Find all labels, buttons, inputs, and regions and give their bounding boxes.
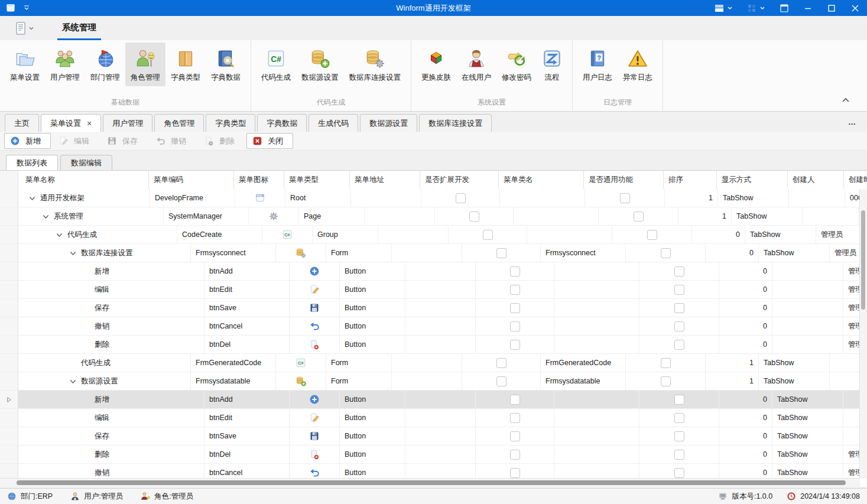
horizontal-scrollbar[interactable] bbox=[0, 478, 860, 487]
tree-grid-row[interactable]: 新增btnAddButton0TabShow2023/12/30202 bbox=[0, 391, 860, 409]
checkbox-unchecked[interactable] bbox=[510, 395, 520, 405]
tree-grid-row[interactable]: 撤销btnCancelButton0TabShow管理员2023/12/3119… bbox=[0, 464, 860, 479]
tree-grid-row[interactable]: 代码生成FrmGeneratedCodeC#FormFrmGeneratedCo… bbox=[0, 354, 860, 372]
checkbox-unchecked[interactable] bbox=[510, 431, 520, 441]
checkbox-unchecked[interactable] bbox=[674, 340, 684, 350]
column-header[interactable]: 菜单地址 bbox=[350, 171, 420, 189]
checkbox-unchecked[interactable] bbox=[661, 376, 671, 386]
column-header[interactable]: 创建人 bbox=[788, 171, 844, 189]
vertical-scrollbar[interactable] bbox=[859, 189, 867, 479]
column-header[interactable]: 菜单编码 bbox=[149, 171, 234, 189]
add-button[interactable]: 新增 bbox=[4, 133, 51, 149]
collapse-ribbon-icon[interactable] bbox=[841, 96, 850, 105]
tree-grid-row[interactable]: 删除btnDelButton0TabShow管理员2023/12/31190 bbox=[0, 446, 860, 464]
checkbox-unchecked[interactable] bbox=[496, 358, 506, 368]
tree-grid-row[interactable]: 新增btnAddButton0管理员2024/1/4190 bbox=[0, 262, 860, 281]
ribbon-item-warning[interactable]: 异常日志 bbox=[618, 43, 658, 86]
checkbox-unchecked[interactable] bbox=[674, 468, 684, 478]
skin-select-button[interactable] bbox=[707, 0, 740, 16]
checkbox-unchecked[interactable] bbox=[510, 321, 520, 331]
delete-button[interactable]: 删除 bbox=[198, 133, 245, 149]
tree-grid-row[interactable]: 系统管理SystemManagerPage1TabShow2023/12/292… bbox=[0, 207, 860, 226]
close-button[interactable]: 关闭 bbox=[246, 133, 293, 149]
ribbon-item-role[interactable]: 角色管理 bbox=[125, 43, 165, 86]
expander-icon[interactable] bbox=[40, 212, 51, 221]
ribbon-item-users[interactable]: 用户管理 bbox=[45, 43, 85, 86]
save-button[interactable]: 保存 bbox=[101, 133, 148, 149]
checkbox-unchecked[interactable] bbox=[674, 285, 684, 295]
vertical-scrollbar-thumb[interactable] bbox=[861, 210, 865, 310]
checkbox-unchecked[interactable] bbox=[510, 468, 520, 478]
ribbon-item-csharp[interactable]: C#代码生成 bbox=[256, 43, 296, 86]
ribbon-item-password[interactable]: 修改密码 bbox=[496, 43, 537, 86]
checkbox-unchecked[interactable] bbox=[496, 376, 506, 386]
checkbox-unchecked[interactable] bbox=[510, 340, 520, 350]
checkbox-unchecked[interactable] bbox=[674, 266, 684, 277]
checkbox-unchecked[interactable] bbox=[456, 193, 466, 203]
tree-grid-row[interactable]: 删除btnDelButton0管理员2024/1/4190 bbox=[0, 336, 860, 354]
column-header[interactable]: 菜单名称 bbox=[18, 171, 149, 189]
tab-overflow-button[interactable]: … bbox=[837, 118, 867, 126]
maximize-button[interactable] bbox=[820, 0, 843, 16]
expander-icon[interactable] bbox=[54, 230, 65, 239]
ribbon-item-db-gear[interactable]: 数据库连接设置 bbox=[344, 43, 407, 86]
checkbox-unchecked[interactable] bbox=[634, 212, 644, 222]
doc-tab[interactable]: 用户管理 bbox=[103, 114, 152, 132]
doc-tab[interactable]: 数据库连接设置 bbox=[419, 114, 492, 132]
minimize-button[interactable] bbox=[796, 0, 820, 16]
ribbon-item-folder[interactable]: 菜单设置 bbox=[5, 43, 45, 86]
column-header[interactable]: 是否通用功能 bbox=[584, 171, 664, 189]
checkbox-unchecked[interactable] bbox=[510, 285, 520, 295]
doc-tab[interactable]: 主页 bbox=[5, 114, 39, 132]
tree-grid-row[interactable]: 代码生成CodeCreateC#Group0TabShow管理员2023/12/… bbox=[0, 226, 860, 244]
checkbox-unchecked[interactable] bbox=[674, 395, 684, 405]
tree-grid-row[interactable]: 编辑btnEditButton0管理员2024/1/4190 bbox=[0, 281, 860, 299]
checkbox-unchecked[interactable] bbox=[510, 303, 520, 313]
checkbox-unchecked[interactable] bbox=[674, 303, 684, 313]
tree-grid-row[interactable]: 数据库连接设置FrmsysconnectFormFrmsysconnect0Ta… bbox=[0, 244, 860, 262]
column-header[interactable]: 显示方式 bbox=[717, 171, 788, 189]
tree-grid-row[interactable]: 编辑btnEditButton0TabShow2023/12/30202 bbox=[0, 409, 860, 427]
checkbox-unchecked[interactable] bbox=[674, 321, 684, 331]
quick-access-chevron-icon[interactable] bbox=[24, 5, 30, 11]
tree-grid-row[interactable]: 通用开发框架DevelopFrameRoot1TabShow0001/1/100… bbox=[0, 189, 860, 207]
ribbon-item-books[interactable]: 字典类型 bbox=[165, 43, 206, 86]
ribbon-item-online-user[interactable]: 在线用户 bbox=[456, 43, 496, 86]
checkbox-unchecked[interactable] bbox=[661, 358, 671, 368]
close-tab-icon[interactable]: × bbox=[87, 119, 92, 128]
checkbox-unchecked[interactable] bbox=[510, 413, 520, 423]
tree-grid-row[interactable]: 撤销btnCancelButton0管理员2024/1/4190 bbox=[0, 317, 860, 336]
checkbox-unchecked[interactable] bbox=[661, 248, 671, 258]
tree-grid-row[interactable]: 保存btnSaveButton0TabShow2023/12/30202 bbox=[0, 427, 860, 446]
checkbox-unchecked[interactable] bbox=[674, 431, 684, 441]
ribbon-item-db-plus[interactable]: 数据源设置 bbox=[296, 43, 344, 86]
checkbox-unchecked[interactable] bbox=[620, 193, 630, 203]
checkbox-unchecked[interactable] bbox=[674, 413, 684, 423]
column-header[interactable]: 菜单图标 bbox=[234, 171, 284, 189]
column-header[interactable]: 是否扩展开发 bbox=[420, 171, 499, 189]
column-header[interactable]: 排序 bbox=[664, 171, 717, 189]
ribbon-item-skin[interactable]: 更换皮肤 bbox=[416, 43, 456, 86]
view-tab[interactable]: 数据编辑 bbox=[60, 155, 112, 170]
checkbox-unchecked[interactable] bbox=[674, 450, 684, 460]
ribbon-item-globe-flag[interactable]: 部门管理 bbox=[85, 43, 125, 86]
doc-tab[interactable]: 菜单设置× bbox=[41, 114, 101, 132]
doc-tab[interactable]: 字典类型 bbox=[206, 114, 255, 132]
ribbon-item-user-log[interactable]: ?用户日志 bbox=[577, 43, 618, 86]
checkbox-unchecked[interactable] bbox=[496, 248, 506, 258]
doc-tab[interactable]: 字典数据 bbox=[257, 114, 307, 132]
expander-icon[interactable] bbox=[67, 376, 79, 386]
palette-button[interactable] bbox=[740, 0, 772, 16]
column-header[interactable]: 创建时间 bbox=[844, 171, 867, 189]
horizontal-scrollbar-thumb[interactable] bbox=[17, 480, 846, 485]
checkbox-unchecked[interactable] bbox=[469, 212, 479, 222]
view-tab[interactable]: 数据列表 bbox=[6, 155, 58, 170]
expander-icon[interactable] bbox=[27, 193, 38, 203]
checkbox-unchecked[interactable] bbox=[510, 450, 520, 460]
pin-window-button[interactable] bbox=[772, 0, 796, 16]
checkbox-unchecked[interactable] bbox=[510, 266, 520, 277]
checkbox-unchecked[interactable] bbox=[483, 230, 493, 240]
column-header[interactable]: 菜单类名 bbox=[499, 171, 584, 189]
ribbon-tab-system-management[interactable]: 系统管理 bbox=[57, 16, 101, 40]
checkbox-unchecked[interactable] bbox=[647, 230, 657, 240]
